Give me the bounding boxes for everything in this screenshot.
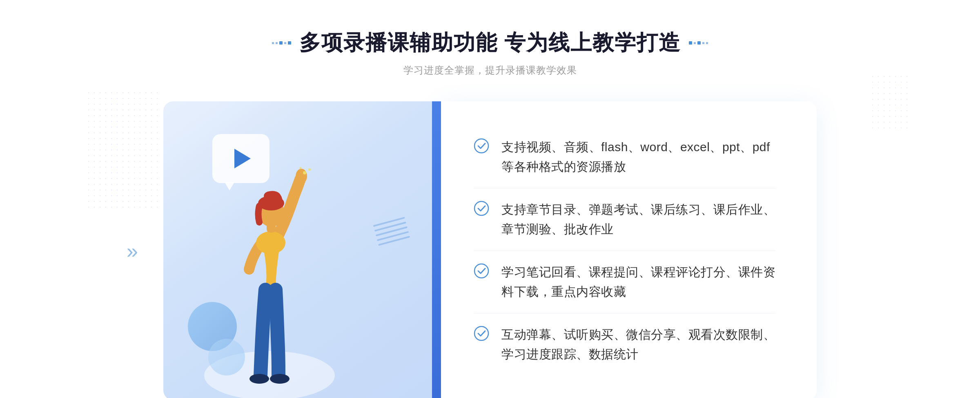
deco-square-4 [284, 42, 286, 44]
chevron-left-icon: » [127, 239, 138, 263]
page-container: 多项录播课辅助功能 专为线上教学打造 学习进度全掌握，提升录播课教学效果 » [0, 0, 980, 398]
feature-text-4: 互动弹幕、试听购买、微信分享、观看次数限制、学习进度跟踪、数据统计 [501, 325, 776, 364]
check-icon-3 [474, 263, 489, 279]
svg-point-2 [256, 231, 285, 254]
feature-item-1: 支持视频、音频、flash、word、excel、ppt、pdf等各种格式的资源… [474, 126, 776, 188]
right-features-panel: 支持视频、音频、flash、word、excel、ppt、pdf等各种格式的资源… [441, 101, 817, 398]
deco-square-7 [694, 42, 696, 44]
deco-square-3 [279, 41, 283, 45]
deco-square-2 [276, 42, 278, 44]
feature-item-4: 互动弹幕、试听购买、微信分享、观看次数限制、学习进度跟踪、数据统计 [474, 313, 776, 376]
vertical-accent-bar [432, 101, 441, 398]
check-icon-4 [474, 326, 489, 341]
deco-line-1 [373, 217, 405, 227]
deco-square-1 [272, 42, 274, 44]
svg-point-14 [474, 326, 488, 340]
left-illustration-panel: » [163, 101, 441, 398]
svg-point-8 [303, 171, 306, 174]
page-subtitle: 学习进度全掌握，提升录播课教学效果 [0, 64, 980, 77]
deco-square-10 [706, 42, 708, 44]
deco-circle-light [208, 339, 245, 376]
svg-point-13 [474, 264, 488, 278]
header-section: 多项录播课辅助功能 专为线上教学打造 学习进度全掌握，提升录播课教学效果 [0, 0, 980, 93]
title-deco-left [272, 41, 291, 45]
title-row: 多项录播课辅助功能 专为线上教学打造 [0, 29, 980, 57]
deco-lines [373, 217, 411, 249]
feature-text-2: 支持章节目录、弹题考试、课后练习、课后作业、章节测验、批改作业 [501, 200, 776, 239]
svg-point-6 [249, 374, 269, 384]
dots-decoration-left [86, 90, 159, 212]
svg-point-10 [300, 167, 302, 169]
page-title: 多项录播课辅助功能 专为线上教学打造 [299, 29, 681, 57]
svg-point-7 [270, 374, 290, 384]
feature-item-2: 支持章节目录、弹题考试、课后练习、课后作业、章节测验、批改作业 [474, 188, 776, 251]
main-content: » [163, 101, 817, 398]
svg-point-1 [296, 169, 307, 183]
svg-point-12 [474, 201, 488, 215]
check-icon-2 [474, 201, 489, 216]
deco-square-5 [288, 41, 291, 45]
svg-point-11 [474, 139, 488, 153]
feature-text-1: 支持视频、音频、flash、word、excel、ppt、pdf等各种格式的资源… [501, 137, 776, 177]
feature-item-3: 学习笔记回看、课程提问、课程评论打分、课件资料下载，重点内容收藏 [474, 251, 776, 313]
check-icon-1 [474, 138, 489, 154]
feature-text-3: 学习笔记回看、课程提问、课程评论打分、课件资料下载，重点内容收藏 [501, 262, 776, 302]
deco-square-6 [689, 41, 692, 45]
title-deco-right [689, 41, 708, 45]
deco-square-9 [702, 42, 704, 44]
deco-square-8 [697, 41, 701, 45]
svg-point-9 [308, 168, 311, 171]
